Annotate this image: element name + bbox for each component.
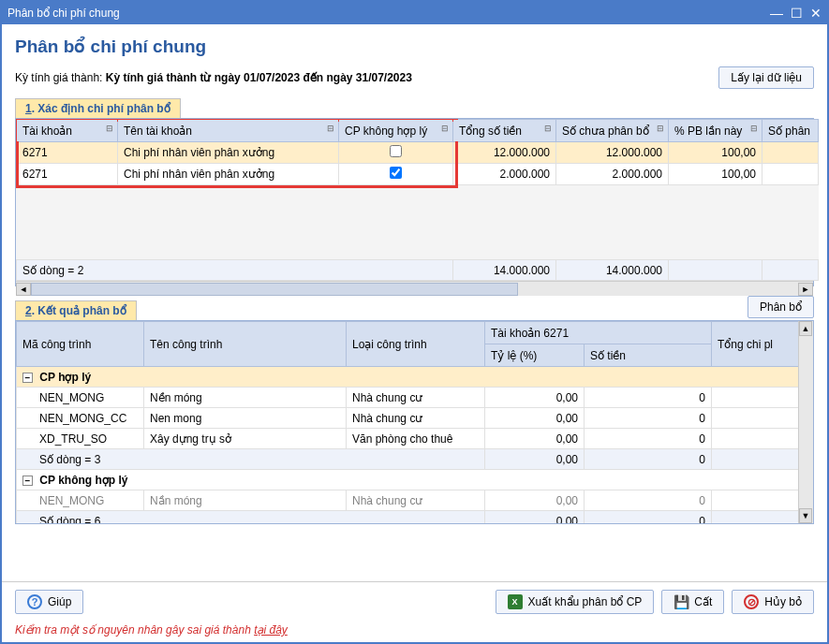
table2-vscroll[interactable]: ▲ ▼	[798, 321, 813, 523]
section1-title: 1. Xác định chi phí phân bổ	[25, 102, 170, 115]
table-row[interactable]: NEN_MONG Nần móng Nhà chung cư 0,00 0	[17, 490, 799, 511]
invalid-checkbox[interactable]	[390, 145, 402, 157]
col-account-group[interactable]: Tài khoản 6271	[485, 322, 712, 344]
col-total[interactable]: Tổng số tiền⊟	[453, 120, 556, 142]
pin-icon[interactable]: ⊟	[327, 124, 334, 133]
cell-ratio[interactable]: 0,00	[485, 388, 585, 408]
cell-name[interactable]: Nen mong	[144, 408, 347, 429]
cell-ratio[interactable]: 0,00	[485, 408, 585, 429]
cell-amount[interactable]: 0	[585, 429, 712, 449]
cell-ratio[interactable]: 0,00	[485, 429, 585, 449]
cell-name[interactable]: Nền móng	[144, 388, 347, 408]
invalid-checkbox[interactable]	[390, 167, 402, 179]
cell-invalid[interactable]	[339, 142, 453, 164]
cell-pct[interactable]: 100,00	[669, 164, 762, 185]
cancel-button[interactable]: ⊘ Hủy bỏ	[732, 590, 814, 614]
cell-pct[interactable]: 100,00	[669, 142, 762, 164]
table-row[interactable]: NEN_MONG Nền móng Nhà chung cư 0,00 0	[17, 388, 799, 408]
pin-icon[interactable]: ⊟	[106, 124, 113, 133]
col-amount[interactable]: Số tiền	[585, 344, 712, 367]
cell-unalloc[interactable]: 2.000.000	[556, 164, 669, 185]
collapse-icon[interactable]: −	[22, 476, 33, 486]
cell-invalid[interactable]	[339, 164, 453, 185]
cell-total[interactable]: 12.000.000	[453, 142, 556, 164]
pin-icon[interactable]: ⊟	[657, 124, 664, 133]
col-unalloc[interactable]: Số chưa phân bổ⊟	[556, 120, 669, 142]
cell-type[interactable]: Nhà chung cư	[347, 408, 485, 429]
section2-title: 2. Kết quả phân bổ	[25, 304, 126, 317]
close-icon[interactable]: ✕	[810, 7, 822, 20]
cell-acc[interactable]: 6271	[17, 164, 118, 185]
g2-count: Số dòng = 6	[17, 511, 485, 524]
table-row[interactable]: XD_TRU_SO Xây dựng trụ sở Văn phòng cho …	[17, 429, 799, 449]
table1[interactable]: Tài khoản⊟ Tên tài khoản⊟ CP không hợp l…	[16, 119, 819, 281]
footer-total: 14.000.000	[453, 260, 556, 281]
table2[interactable]: Mã công trình Tên công trình Loại công t…	[16, 321, 798, 523]
cell-code[interactable]: NEN_MONG	[17, 388, 144, 408]
group1-label[interactable]: − CP hợp lý	[17, 367, 799, 388]
cell-ratio[interactable]: 0,00	[485, 490, 585, 511]
pin-icon[interactable]: ⊟	[750, 124, 758, 133]
section1-header-row: 1. Xác định chi phí phân bổ	[15, 98, 814, 118]
scroll-right-icon[interactable]: ►	[798, 283, 813, 296]
cell-code[interactable]: NEN_MONG	[17, 490, 144, 511]
cell-amount[interactable]: 0	[585, 490, 712, 511]
save-icon: 💾	[674, 594, 688, 609]
footer-count: Số dòng = 2	[17, 260, 453, 281]
scroll-down-icon[interactable]: ▼	[799, 508, 812, 523]
save-button[interactable]: 💾 Cất	[661, 590, 724, 614]
col-account[interactable]: Tài khoản⊟	[17, 120, 118, 142]
collapse-icon[interactable]: −	[22, 373, 33, 383]
window-controls: — ☐ ✕	[770, 7, 822, 20]
table-row[interactable]: 6271 Chi phí nhân viên phân xưởng 12.000…	[17, 142, 819, 164]
col-invalid[interactable]: CP không hợp lý⊟	[339, 120, 453, 142]
col-account-name[interactable]: Tên tài khoản⊟	[118, 120, 339, 142]
cell-unalloc[interactable]: 12.000.000	[556, 142, 669, 164]
pin-icon[interactable]: ⊟	[441, 124, 449, 133]
cell-total[interactable]: 2.000.000	[453, 164, 556, 185]
cell-acc[interactable]: 6271	[17, 142, 118, 164]
reload-button[interactable]: Lấy lại dữ liệu	[718, 66, 814, 89]
table-row[interactable]: 6271 Chi phí nhân viên phân xưởng 2.000.…	[17, 164, 819, 185]
col-allocnum[interactable]: Số phân	[762, 120, 819, 142]
col-project-type[interactable]: Loại công trình	[347, 322, 485, 367]
group2-label[interactable]: − CP không hợp lý	[17, 470, 799, 490]
cell-amount[interactable]: 0	[585, 408, 712, 429]
table1-hscroll[interactable]: ◄ ►	[16, 281, 813, 296]
cell-name[interactable]: Chi phí nhân viên phân xưởng	[118, 142, 339, 164]
cell-name[interactable]: Xây dựng trụ sở	[144, 429, 347, 449]
cell-type[interactable]: Văn phòng cho thuê	[347, 429, 485, 449]
help-button[interactable]: ? Giúp	[15, 590, 83, 614]
table-row[interactable]: NEN_MONG_CC Nen mong Nhà chung cư 0,00 0	[17, 408, 799, 429]
cell-name[interactable]: Chi phí nhân viên phân xưởng	[118, 164, 339, 185]
cancel-icon: ⊘	[744, 594, 759, 609]
maximize-icon[interactable]: ☐	[791, 7, 803, 20]
cell-allocnum[interactable]	[762, 164, 819, 185]
col-totalcost[interactable]: Tổng chi pl	[712, 322, 799, 367]
cell-type[interactable]: Nhà chung cư	[347, 490, 485, 511]
cell-code[interactable]: XD_TRU_SO	[17, 429, 144, 449]
scroll-up-icon[interactable]: ▲	[799, 321, 812, 336]
cell-allocnum[interactable]	[762, 142, 819, 164]
col-pct[interactable]: % PB lần này⊟	[669, 120, 762, 142]
scroll-left-icon[interactable]: ◄	[16, 283, 31, 296]
cell-name[interactable]: Nần móng	[144, 490, 347, 511]
export-button[interactable]: X Xuất khẩu phân bổ CP	[496, 590, 655, 614]
group-header[interactable]: − CP không hợp lý	[17, 470, 799, 490]
minimize-icon[interactable]: —	[770, 7, 783, 20]
scroll-thumb[interactable]	[31, 283, 518, 296]
col-ratio[interactable]: Tỷ lệ (%)	[485, 344, 585, 367]
cell-amount[interactable]: 0	[585, 388, 712, 408]
col-project-name[interactable]: Tên công trình	[144, 322, 347, 367]
table1-footer: Số dòng = 2 14.000.000 14.000.000	[17, 260, 819, 281]
period-value: Kỳ tính giá thành từ ngày 01/07/2023 đến…	[106, 71, 412, 84]
hint-link[interactable]: tại đây	[254, 623, 288, 637]
allocate-button[interactable]: Phân bổ	[748, 296, 814, 318]
pin-icon[interactable]: ⊟	[544, 124, 552, 133]
titlebar[interactable]: Phân bổ chi phí chung — ☐ ✕	[2, 2, 827, 24]
section2-header: 2. Kết quả phân bổ	[15, 300, 137, 320]
cell-code[interactable]: NEN_MONG_CC	[17, 408, 144, 429]
group-header[interactable]: − CP hợp lý	[17, 367, 799, 388]
cell-type[interactable]: Nhà chung cư	[347, 388, 485, 408]
col-project-code[interactable]: Mã công trình	[17, 322, 144, 367]
